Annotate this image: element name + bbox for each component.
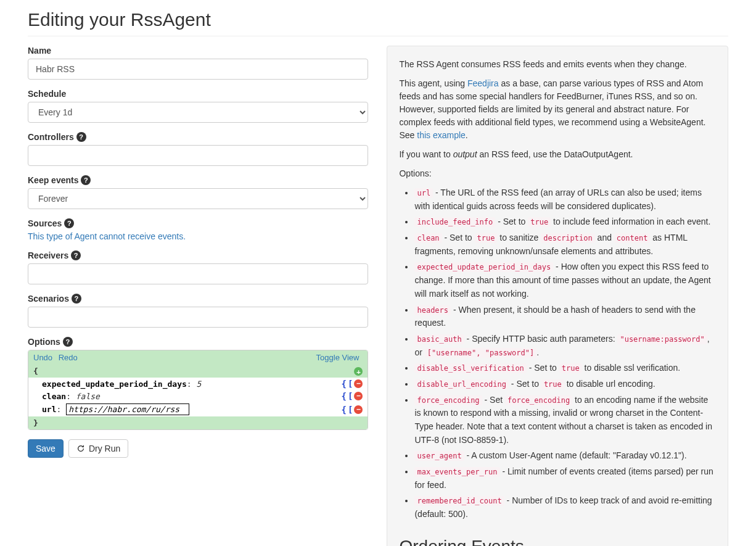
- json-close-brace: }: [28, 416, 368, 429]
- json-value[interactable]: false: [76, 392, 100, 401]
- to-array-icon[interactable]: [: [348, 405, 353, 415]
- receivers-input[interactable]: [28, 263, 368, 284]
- help-icon[interactable]: ?: [81, 175, 91, 185]
- options-label: Options ?: [28, 337, 73, 347]
- schedule-select[interactable]: Every 1d: [28, 102, 368, 123]
- controllers-input[interactable]: [28, 145, 368, 166]
- json-key[interactable]: url: [42, 405, 56, 414]
- list-item: disable_url_encoding - Set to true to di…: [414, 378, 716, 391]
- keep-events-label: Keep events ?: [28, 175, 91, 185]
- list-item: remembered_id_count - Number of IDs to k…: [414, 494, 716, 521]
- keep-events-select[interactable]: Forever: [28, 188, 368, 209]
- to-array-icon[interactable]: [: [348, 379, 353, 389]
- scenarios-label: Scenarios ?: [28, 294, 81, 304]
- help-icon[interactable]: ?: [71, 250, 81, 260]
- sources-note: This type of Agent cannot receive events…: [28, 231, 368, 241]
- dry-run-button[interactable]: Dry Run: [68, 439, 128, 458]
- list-item: clean - Set to true to sanitize descript…: [414, 231, 716, 258]
- feedjira-link[interactable]: Feedjira: [467, 78, 499, 88]
- controllers-label: Controllers ?: [28, 132, 86, 142]
- url-value-input[interactable]: [66, 403, 189, 415]
- list-item: include_feed_info - Set to true to inclu…: [414, 215, 716, 229]
- list-item: url - The URL of the RSS feed (an array …: [414, 186, 716, 213]
- list-item: expected_update_period_in_days - How oft…: [414, 260, 716, 300]
- list-item: max_events_per_run - Limit number of eve…: [414, 465, 716, 492]
- options-list: url - The URL of the RSS feed (an array …: [399, 186, 716, 521]
- refresh-icon: [76, 444, 85, 453]
- save-button[interactable]: Save: [28, 439, 64, 458]
- to-object-icon[interactable]: {: [342, 405, 347, 415]
- to-object-icon[interactable]: {: [342, 391, 347, 401]
- help-icon[interactable]: ?: [63, 337, 73, 347]
- list-item: basic_auth - Specify HTTP basic auth par…: [414, 333, 716, 359]
- json-key[interactable]: clean: [42, 392, 66, 401]
- toggle-view-link[interactable]: Toggle View: [316, 353, 360, 362]
- delete-field-icon[interactable]: –: [354, 405, 363, 414]
- help-icon[interactable]: ?: [76, 132, 86, 142]
- add-field-icon[interactable]: +: [354, 367, 363, 376]
- json-key[interactable]: expected_update_period_in_days: [42, 379, 187, 389]
- to-array-icon[interactable]: [: [348, 391, 353, 401]
- sources-label: Sources ?: [28, 218, 74, 228]
- json-open-brace: { +: [28, 365, 368, 378]
- undo-link[interactable]: Undo: [33, 353, 52, 362]
- list-item: user_agent - A custom User-Agent name (d…: [414, 449, 716, 463]
- json-value[interactable]: 5: [196, 379, 201, 389]
- list-item: disable_ssl_verification - Set to true t…: [414, 362, 716, 375]
- help-text: The RSS Agent consumes RSS feeds and emi…: [399, 58, 716, 71]
- name-label: Name: [28, 46, 368, 56]
- options-heading: Options:: [399, 167, 716, 180]
- form-panel: Name Schedule Every 1d Controllers ? Kee…: [28, 46, 368, 546]
- list-item: force_encoding - Set force_encoding to a…: [414, 394, 716, 447]
- help-icon[interactable]: ?: [64, 218, 74, 228]
- example-link[interactable]: this example: [417, 130, 466, 140]
- json-editor: Undo Redo Toggle View { + expected_updat…: [28, 350, 368, 430]
- list-item: headers - When present, it should be a h…: [414, 304, 716, 330]
- schedule-label: Schedule: [28, 89, 368, 99]
- receivers-label: Receivers ?: [28, 250, 81, 260]
- page-title: Editing your RssAgent: [28, 9, 728, 36]
- redo-link[interactable]: Redo: [59, 353, 78, 362]
- delete-field-icon[interactable]: –: [354, 379, 363, 388]
- scenarios-input[interactable]: [28, 307, 368, 328]
- help-text: If you want to output an RSS feed, use t…: [399, 148, 716, 161]
- help-icon[interactable]: ?: [72, 294, 81, 304]
- delete-field-icon[interactable]: –: [354, 392, 363, 400]
- help-panel: The RSS Agent consumes RSS feeds and emi…: [387, 46, 728, 546]
- to-object-icon[interactable]: {: [342, 379, 347, 389]
- help-text: This agent, using Feedjira as a base, ca…: [399, 77, 716, 142]
- name-input[interactable]: [28, 59, 368, 80]
- ordering-heading: Ordering Events: [399, 534, 716, 546]
